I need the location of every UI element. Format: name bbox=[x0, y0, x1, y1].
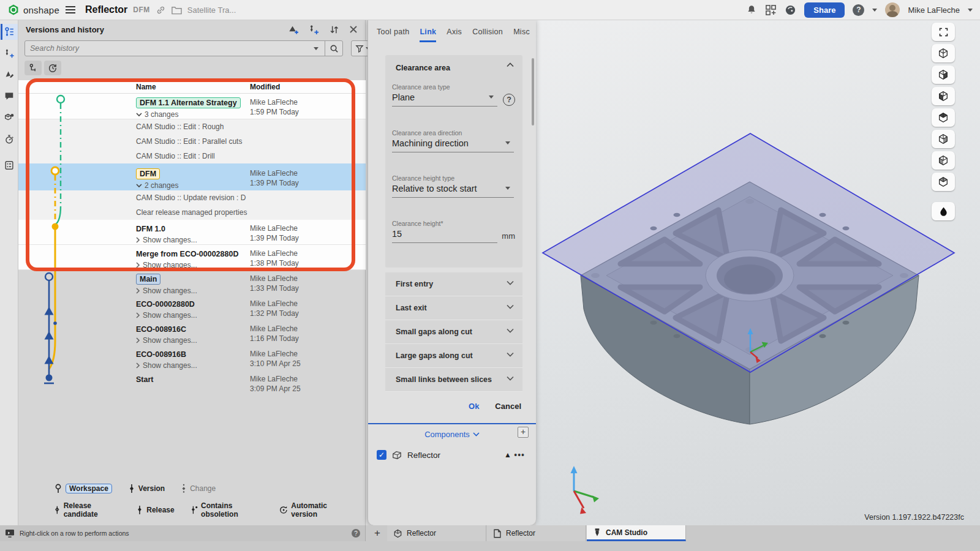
graph-view-toggle[interactable] bbox=[24, 61, 42, 75]
comment-icon[interactable] bbox=[1, 88, 18, 104]
component-checkbox[interactable]: ✓ bbox=[377, 450, 386, 460]
search-input[interactable] bbox=[25, 44, 314, 53]
avatar[interactable] bbox=[885, 2, 900, 17]
version-row-eco2880d[interactable]: ECO-00002880D Show changes... Mike LaFle… bbox=[18, 295, 366, 320]
user-menu-caret-icon[interactable] bbox=[968, 9, 973, 12]
hamburger-menu-icon[interactable] bbox=[65, 6, 76, 14]
help-icon[interactable]: ? bbox=[352, 529, 360, 538]
graphics-viewport[interactable]: Version 1.197.1922.b47223fc bbox=[536, 20, 980, 525]
tab-reflector-drawing[interactable]: Reflector bbox=[487, 525, 586, 541]
version-badge[interactable]: DFM bbox=[136, 168, 160, 179]
help-icon[interactable]: ? bbox=[503, 94, 515, 106]
part-question-icon[interactable] bbox=[1, 110, 18, 126]
history-graph-icon[interactable] bbox=[1, 24, 18, 40]
chevron-right-icon[interactable] bbox=[136, 312, 140, 318]
chevron-right-icon[interactable] bbox=[136, 262, 140, 268]
dialog-scrollbar[interactable] bbox=[532, 58, 534, 126]
version-name[interactable]: ECO-00002880D bbox=[136, 300, 195, 309]
view-cube-icon-4[interactable] bbox=[932, 108, 955, 127]
clearance-height-type-select[interactable]: Clearance height type Relative to stock … bbox=[392, 174, 514, 198]
shaded-view-icon[interactable] bbox=[932, 202, 955, 220]
tab-misc[interactable]: Misc bbox=[513, 28, 530, 42]
branch-badge[interactable]: Main bbox=[136, 274, 160, 285]
help-icon[interactable]: ? bbox=[853, 4, 864, 16]
checklist-icon[interactable] bbox=[1, 157, 18, 173]
notifications-bell-icon[interactable] bbox=[746, 4, 757, 15]
component-row-reflector[interactable]: ✓ Reflector ▲ ••• bbox=[377, 448, 527, 462]
user-name[interactable]: Mike LaFleche bbox=[908, 6, 960, 15]
chevron-right-icon[interactable] bbox=[136, 288, 140, 294]
show-changes[interactable]: Show changes... bbox=[143, 261, 197, 269]
version-row-main[interactable]: Main Show changes... Mike LaFleche1:33 P… bbox=[18, 270, 366, 295]
version-name[interactable]: ECO-008916C bbox=[136, 325, 186, 334]
collapse-chevron-icon[interactable] bbox=[507, 62, 514, 67]
version-badge[interactable]: DFM 1.1 Alternate Strategy bbox=[136, 97, 241, 108]
tab-cam-studio[interactable]: CAM Studio bbox=[587, 525, 686, 541]
close-icon[interactable] bbox=[349, 25, 358, 34]
section-small-gaps[interactable]: Small gaps along cut bbox=[385, 320, 522, 344]
chevron-right-icon[interactable] bbox=[136, 237, 140, 243]
version-name[interactable]: Start bbox=[136, 375, 153, 384]
search-icon[interactable] bbox=[325, 44, 342, 53]
change-row[interactable]: Clear release managed properties bbox=[18, 205, 366, 220]
folder-name[interactable]: Satellite Tra... bbox=[187, 6, 236, 15]
fullscreen-icon[interactable] bbox=[932, 23, 955, 41]
share-button[interactable]: Share bbox=[804, 2, 845, 18]
version-name[interactable]: DFM 1.0 bbox=[136, 225, 165, 233]
clearance-area-direction-select[interactable]: Clearance area direction Machining direc… bbox=[392, 129, 514, 152]
view-cube-icon-6[interactable] bbox=[932, 151, 955, 170]
create-branch-icon[interactable] bbox=[309, 24, 319, 35]
change-row[interactable]: CAM Studio :: Update revision : D bbox=[18, 190, 366, 205]
app-store-grid-icon[interactable] bbox=[765, 4, 777, 16]
stopwatch-icon[interactable] bbox=[1, 131, 18, 147]
link-icon[interactable] bbox=[156, 5, 166, 15]
tab-link[interactable]: Link bbox=[420, 28, 436, 42]
ok-button[interactable]: Ok bbox=[469, 402, 479, 411]
version-row-eco8916b[interactable]: ECO-008916B Show changes... Mike LaFlech… bbox=[18, 345, 366, 370]
version-row-start[interactable]: Start Mike LaFleche3:09 PM Apr 25 bbox=[18, 370, 366, 395]
section-first-entry[interactable]: First entry bbox=[385, 272, 522, 296]
show-changes[interactable]: Show changes... bbox=[143, 287, 197, 295]
more-options-icon[interactable]: ••• bbox=[514, 450, 525, 460]
compare-icon[interactable] bbox=[329, 24, 339, 35]
document-title[interactable]: Reflector bbox=[85, 4, 127, 15]
clearance-area-type-select[interactable]: Clearance area type Plane bbox=[392, 83, 497, 107]
search-dropdown-caret-icon[interactable] bbox=[314, 47, 318, 50]
components-header[interactable]: Components bbox=[368, 427, 536, 441]
history-clock-toggle[interactable] bbox=[44, 61, 61, 75]
add-component-button[interactable]: + bbox=[518, 427, 529, 438]
warning-triangle-icon[interactable]: ▲ bbox=[504, 451, 511, 459]
show-changes[interactable]: Show changes... bbox=[143, 336, 197, 345]
tab-axis[interactable]: Axis bbox=[447, 28, 462, 42]
feedback-globe-icon[interactable] bbox=[785, 4, 796, 16]
chevron-right-icon[interactable] bbox=[136, 362, 140, 369]
changes-count[interactable]: 2 changes bbox=[145, 181, 178, 190]
show-changes[interactable]: Show changes... bbox=[143, 361, 197, 370]
show-changes[interactable]: Show changes... bbox=[143, 311, 197, 320]
view-cube-icon-5[interactable] bbox=[932, 130, 955, 148]
chevron-right-icon[interactable] bbox=[136, 337, 140, 343]
help-caret-icon[interactable] bbox=[872, 9, 877, 12]
version-row-dfm10[interactable]: DFM 1.0 Show changes... Mike LaFleche1:3… bbox=[18, 220, 366, 245]
change-row[interactable]: CAM Studio :: Edit : Rough bbox=[18, 119, 366, 134]
section-small-links[interactable]: Small links between slices bbox=[385, 368, 522, 392]
chevron-down-icon[interactable] bbox=[136, 184, 142, 188]
search-history-box[interactable] bbox=[24, 40, 343, 56]
section-large-gaps[interactable]: Large gaps along cut bbox=[385, 344, 522, 368]
view-cube-icon-3[interactable] bbox=[932, 87, 955, 105]
view-cube-icon-7[interactable] bbox=[932, 173, 955, 191]
create-version-icon[interactable] bbox=[287, 24, 299, 35]
show-changes[interactable]: Show changes... bbox=[143, 236, 197, 244]
add-tab-button[interactable]: + bbox=[369, 525, 386, 541]
version-row-dfm-selected[interactable]: DFM 2 changes Mike LaFleche1:39 PM Today bbox=[18, 163, 366, 190]
tab-reflector-partstudio[interactable]: Reflector bbox=[387, 525, 486, 541]
screen-share-icon[interactable] bbox=[5, 529, 15, 538]
change-row[interactable]: CAM Studio :: Edit : Parallel cuts bbox=[18, 134, 366, 149]
change-row[interactable]: CAM Studio :: Edit : Drill bbox=[18, 149, 366, 163]
version-row-eco8916c[interactable]: ECO-008916C Show changes... Mike LaFlech… bbox=[18, 320, 366, 345]
version-row-merge[interactable]: Merge from ECO-00002880D Show changes...… bbox=[18, 245, 366, 270]
version-plus-icon[interactable] bbox=[1, 45, 18, 61]
view-cube-icon-1[interactable] bbox=[932, 44, 955, 62]
onshape-logo-icon[interactable]: onshape bbox=[7, 4, 59, 16]
version-row-dfm11[interactable]: DFM 1.1 Alternate Strategy 3 changes Mik… bbox=[18, 94, 366, 119]
